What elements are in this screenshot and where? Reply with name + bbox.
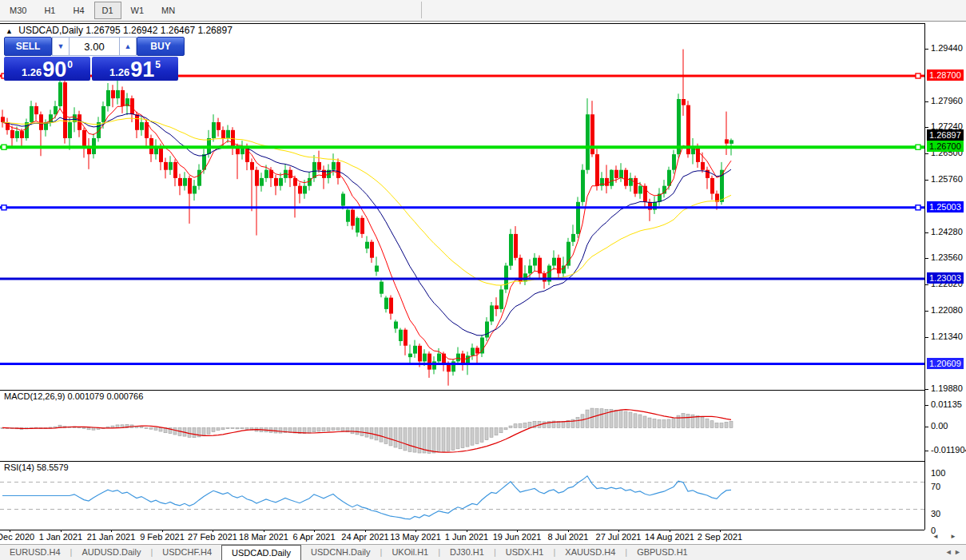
date-axis-label: 8 Jul 2021 bbox=[548, 532, 589, 542]
one-click-trade-panel: SELL ▼ ▲ BUY 1.26 90 0 1.26 91 5 bbox=[4, 37, 178, 81]
macd-indicator-label: MACD(12,26,9) 0.001079 0.000766 bbox=[4, 391, 143, 401]
date-axis-label: 12 Dec 2020 bbox=[0, 532, 34, 542]
price-axis-tick bbox=[925, 389, 928, 390]
symbol-tab-eurusd-h4[interactable]: EURUSD.H4 bbox=[0, 545, 70, 560]
price-axis-label: 1.27960 bbox=[931, 96, 963, 105]
macd-axis-label: 0.01135 bbox=[931, 399, 962, 409]
price-axis-tick bbox=[925, 180, 928, 181]
date-axis-label: 1 Jan 2021 bbox=[39, 532, 82, 542]
price-axis[interactable]: 1.294401.279601.272401.265001.257601.242… bbox=[924, 23, 966, 530]
price-axis-label: 1.25760 bbox=[931, 174, 963, 184]
date-axis-label: 6 Apr 2021 bbox=[292, 532, 335, 542]
hline-price-badge: 1.26700 bbox=[927, 141, 964, 152]
hline-price-badge: 1.20609 bbox=[927, 358, 964, 369]
buy-button[interactable]: BUY bbox=[137, 37, 185, 56]
symbol-tab-usdcnh-daily[interactable]: USDCNH.Daily bbox=[301, 545, 380, 560]
macd-axis-label: 0.00 bbox=[931, 421, 948, 431]
date-axis-label: 9 Feb 2021 bbox=[140, 532, 185, 542]
timeframe-button-h1[interactable]: H1 bbox=[36, 2, 63, 19]
macd-axis-tick bbox=[925, 451, 928, 451]
rsi-axis-label: 30 bbox=[931, 509, 940, 518]
date-axis-label: 24 Apr 2021 bbox=[341, 532, 388, 542]
symbol-tab-ukoil-h1[interactable]: UKOil.H1 bbox=[382, 545, 438, 560]
scroll-right-icon[interactable]: ► bbox=[950, 533, 956, 540]
price-axis-tick bbox=[925, 127, 928, 128]
volume-decrease-button[interactable]: ▼ bbox=[52, 37, 70, 56]
sell-price-display[interactable]: 1.26 90 0 bbox=[4, 57, 90, 81]
price-axis-tick bbox=[925, 153, 928, 154]
price-axis-label: 1.24280 bbox=[931, 227, 963, 236]
buy-price-display[interactable]: 1.26 91 5 bbox=[92, 57, 178, 81]
timeframe-button-m30[interactable]: M30 bbox=[2, 2, 34, 19]
price-axis-tick bbox=[925, 101, 928, 102]
date-axis-label: 21 Jan 2021 bbox=[87, 532, 136, 542]
date-axis-label: 27 Jul 2021 bbox=[596, 532, 642, 542]
symbol-tab-bar: EURUSD.H4|AUDUSD.Daily|USDCHF.H4USDCAD.D… bbox=[0, 544, 966, 560]
symbol-tab-xauusd-h4[interactable]: XAUUSD.H4 bbox=[555, 545, 625, 560]
macd-axis-tick bbox=[925, 405, 928, 406]
price-axis-label: 1.21340 bbox=[931, 332, 963, 341]
date-axis-label: 14 Aug 2021 bbox=[645, 532, 694, 542]
symbol-triangle-icon: ▲ bbox=[6, 27, 13, 35]
chart-ohlc-values: 1.26795 1.26942 1.26467 1.26897 bbox=[85, 25, 233, 36]
current-price-badge: 1.26897 bbox=[927, 129, 964, 141]
buy-price-pip: 5 bbox=[155, 59, 161, 70]
buy-price-prefix: 1.26 bbox=[109, 66, 129, 78]
rsi-axis-label: 100 bbox=[931, 468, 945, 478]
price-axis-tick bbox=[925, 284, 928, 285]
date-axis-label: 1 Jun 2021 bbox=[445, 532, 488, 542]
symbol-tab-usdcad-daily[interactable]: USDCAD.Daily bbox=[221, 545, 301, 560]
hline-price-badge: 1.23003 bbox=[927, 272, 964, 284]
price-axis-tick bbox=[925, 258, 928, 259]
symbol-tab-audusd-daily[interactable]: AUDUSD.Daily bbox=[72, 545, 150, 560]
price-axis-tick bbox=[925, 337, 928, 338]
sell-price-main: 90 bbox=[42, 59, 66, 80]
price-axis-label: 1.23560 bbox=[931, 252, 963, 262]
date-axis-label: 27 Feb 2021 bbox=[188, 532, 237, 542]
macd-axis-tick bbox=[925, 427, 928, 427]
toolbar-separator bbox=[421, 2, 422, 18]
date-axis-label: 18 Mar 2021 bbox=[239, 532, 288, 542]
price-axis-tick bbox=[925, 49, 928, 50]
buy-price-main: 91 bbox=[130, 59, 154, 80]
price-axis-label: 1.29440 bbox=[931, 43, 963, 53]
symbol-tab-gbpusd-h1[interactable]: GBPUSD.H1 bbox=[627, 545, 698, 560]
scroll-left-icon[interactable]: ◄ bbox=[932, 533, 939, 540]
price-axis-label: 1.19880 bbox=[931, 383, 963, 393]
sell-price-prefix: 1.26 bbox=[22, 66, 42, 78]
timeframe-button-mn[interactable]: MN bbox=[153, 2, 183, 19]
date-axis-label: 13 May 2021 bbox=[390, 532, 441, 542]
timeframe-button-w1[interactable]: W1 bbox=[123, 2, 153, 19]
rsi-axis-label: 70 bbox=[931, 482, 940, 491]
date-axis-label: 19 Jun 2021 bbox=[493, 532, 542, 542]
sell-price-pip: 0 bbox=[67, 59, 73, 70]
volume-input[interactable] bbox=[70, 37, 119, 56]
timeframe-toolbar: M30H1H4D1W1MN bbox=[0, 0, 966, 22]
tab-scroll-arrows[interactable]: ◄ ► bbox=[945, 548, 961, 556]
hline-price-badge: 1.28700 bbox=[927, 70, 964, 81]
price-axis-tick bbox=[925, 232, 928, 233]
chart-symbol-label: USDCAD,Daily bbox=[18, 25, 83, 36]
sell-button[interactable]: SELL bbox=[4, 37, 52, 56]
timeframe-button-d1[interactable]: D1 bbox=[94, 2, 121, 19]
volume-increase-button[interactable]: ▲ bbox=[119, 37, 137, 56]
hline-price-badge: 1.25003 bbox=[927, 201, 964, 212]
chart-title: ▲ USDCAD,Daily 1.26795 1.26942 1.26467 1… bbox=[6, 25, 233, 36]
trading-terminal-window: M30H1H4D1W1MN ▲ USDCAD,Daily 1.26795 1.2… bbox=[0, 0, 966, 560]
timeframe-button-h4[interactable]: H4 bbox=[65, 2, 92, 19]
date-axis[interactable]: ◄ ► 12 Dec 20201 Jan 202121 Jan 20219 Fe… bbox=[0, 530, 966, 544]
symbol-tab-dj30-h1[interactable]: DJ30.H1 bbox=[440, 545, 494, 560]
date-axis-label: 2 Sep 2021 bbox=[698, 532, 742, 542]
macd-axis-label: -0.011904 bbox=[931, 445, 966, 455]
symbol-tab-usdchf-h4[interactable]: USDCHF.H4 bbox=[153, 545, 221, 560]
price-axis-tick bbox=[925, 311, 928, 312]
rsi-pane[interactable] bbox=[0, 461, 924, 530]
price-axis-label: 1.22080 bbox=[931, 305, 963, 315]
rsi-indicator-label: RSI(14) 58.5579 bbox=[4, 463, 69, 472]
symbol-tab-usdx-h1[interactable]: USDX.H1 bbox=[496, 545, 554, 560]
